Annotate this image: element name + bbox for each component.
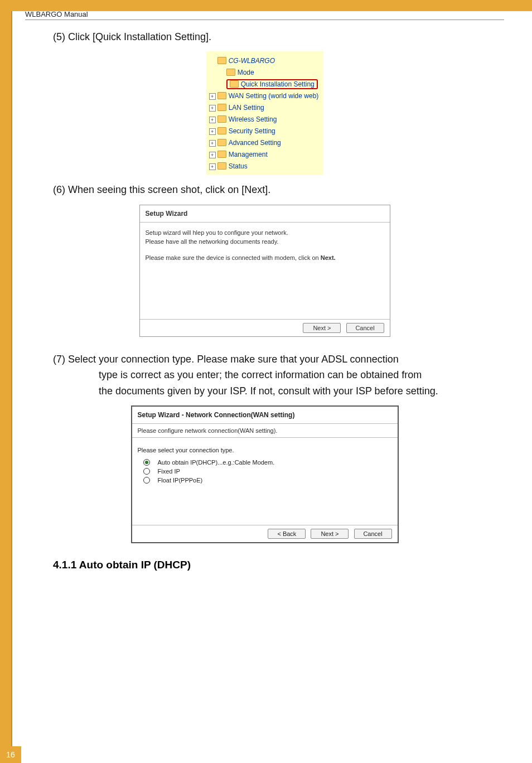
page-number: 16 [0,746,21,763]
